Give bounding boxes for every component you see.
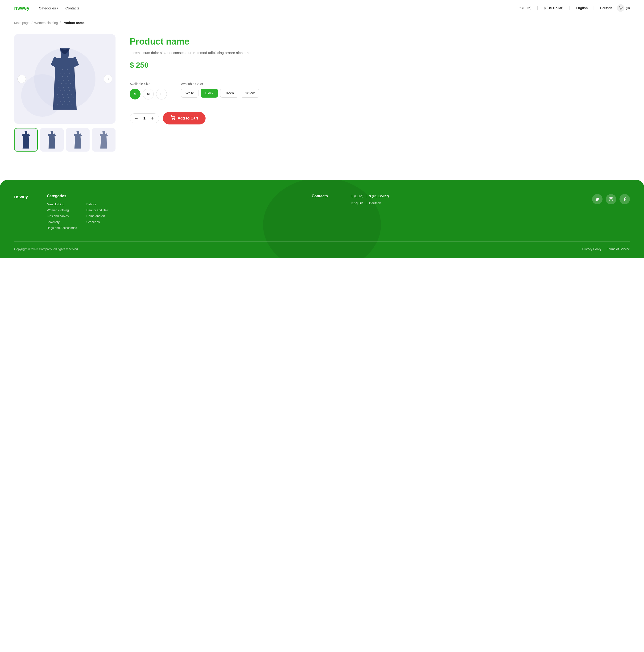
cart-icon	[617, 4, 624, 12]
currency-euro[interactable]: € (Euro)	[519, 6, 532, 10]
footer-currency-usd[interactable]: $ (US Dollar)	[369, 194, 389, 198]
divider-2	[130, 106, 630, 106]
footer-link-women[interactable]: Women clothing	[47, 208, 77, 212]
instagram-button[interactable]	[606, 194, 616, 205]
product-description: Lorem ipsum dolor sit amet consectetur. …	[130, 50, 630, 56]
footer-link-groceries[interactable]: Groceries	[86, 220, 108, 224]
footer-lang-english[interactable]: English	[351, 201, 364, 205]
footer-sep-2: |	[366, 201, 367, 205]
svg-point-9	[58, 80, 59, 81]
svg-point-4	[60, 73, 60, 74]
footer-link-col-2: Fabrics Beauty and Hair Home and Art Gro…	[86, 202, 108, 229]
footer-contacts-col: Contacts	[312, 194, 328, 229]
product-name: Product name	[130, 36, 630, 47]
footer-sep: |	[366, 194, 367, 198]
footer-link-jewellery[interactable]: Jewellery	[47, 220, 77, 224]
footer-lang-deutsch[interactable]: Deutsch	[369, 201, 381, 205]
breadcrumb-sep: /	[31, 21, 32, 25]
add-to-cart-button[interactable]: Add to Cart	[163, 112, 206, 125]
color-yellow-button[interactable]: Yellow	[241, 89, 259, 98]
facebook-button[interactable]	[619, 194, 630, 205]
svg-point-7	[62, 76, 63, 77]
footer-top: nswey Categories Men clothing Women clot…	[14, 194, 630, 229]
footer-contacts-title: Contacts	[312, 194, 328, 198]
svg-point-22	[69, 90, 70, 91]
footer: nswey Categories Men clothing Women clot…	[0, 180, 644, 258]
svg-point-26	[72, 94, 72, 95]
options-row: Available Size S M L Available Color Whi…	[130, 82, 630, 100]
svg-point-3	[67, 69, 68, 70]
lang-deutsch[interactable]: Deutsch	[600, 6, 612, 10]
footer-categories: Categories Men clothing Women clothing K…	[47, 194, 108, 229]
svg-point-37	[72, 104, 72, 105]
thumbnail-4[interactable]	[92, 128, 115, 152]
main-image: ← →	[14, 34, 115, 124]
chevron-down-icon: ▾	[57, 7, 58, 10]
svg-point-10	[63, 80, 64, 81]
footer-bottom: Copyright © 2023 Company. All rights res…	[14, 241, 630, 251]
svg-rect-40	[609, 197, 613, 201]
svg-point-41	[610, 198, 612, 200]
svg-point-32	[64, 101, 65, 102]
separator: |	[537, 6, 538, 10]
next-image-button[interactable]: →	[104, 75, 112, 83]
prev-image-button[interactable]: ←	[18, 75, 26, 83]
svg-point-8	[67, 76, 68, 77]
nav-contacts[interactable]: Contacts	[65, 6, 79, 10]
header: nswey Categories ▾ Contacts € (Euro) | $…	[0, 0, 644, 16]
right-arrow-icon: →	[106, 77, 110, 81]
breadcrumb: Main page / Women clothing / Product nam…	[0, 16, 644, 29]
footer-link-kids[interactable]: Kids and babies	[47, 214, 77, 218]
svg-point-25	[67, 94, 68, 95]
footer-link-fabrics[interactable]: Fabrics	[86, 202, 108, 206]
color-black-button[interactable]: Black	[201, 89, 218, 98]
quantity-decrease-button[interactable]: −	[134, 116, 139, 121]
twitter-button[interactable]	[592, 194, 602, 205]
actions-row: − 1 + Add to Cart	[130, 112, 630, 125]
thumbnail-2[interactable]	[40, 128, 64, 152]
logo[interactable]: nswey	[14, 5, 29, 11]
svg-point-18	[68, 87, 69, 88]
footer-logo[interactable]: nswey	[14, 194, 28, 199]
breadcrumb-sep: /	[60, 21, 60, 25]
svg-point-34	[57, 104, 58, 105]
svg-point-11	[68, 80, 69, 81]
footer-link-home[interactable]: Home and Art	[86, 214, 108, 218]
size-buttons: S M L	[130, 89, 167, 100]
currency-usd[interactable]: $ (US Dollar)	[544, 6, 564, 10]
color-green-button[interactable]: Green	[220, 89, 238, 98]
footer-link-bags[interactable]: Bags and Accessories	[47, 226, 77, 229]
size-s-button[interactable]: S	[130, 89, 140, 100]
svg-point-15	[70, 83, 71, 84]
svg-point-17	[63, 87, 64, 88]
cart-icon	[170, 115, 175, 121]
product-info: Product name Lorem ipsum dolor sit amet …	[130, 34, 630, 125]
footer-link-beauty[interactable]: Beauty and Hair	[86, 208, 108, 212]
size-l-button[interactable]: L	[156, 89, 167, 100]
lang-english[interactable]: English	[576, 6, 588, 10]
size-option-group: Available Size S M L	[130, 82, 167, 100]
color-white-button[interactable]: White	[181, 89, 198, 98]
footer-link-men[interactable]: Men clothing	[47, 202, 77, 206]
quantity-increase-button[interactable]: +	[150, 116, 155, 121]
privacy-policy-link[interactable]: Privacy Policy	[582, 247, 601, 251]
nav-categories[interactable]: Categories ▾	[39, 6, 58, 10]
header-right: € (Euro) | $ (US Dollar) | English | Deu…	[519, 4, 630, 12]
footer-currency-lang: € (Euro) | $ (US Dollar) English | Deuts…	[351, 194, 389, 229]
svg-point-14	[65, 83, 66, 84]
size-m-button[interactable]: M	[143, 89, 154, 100]
thumbnail-3[interactable]	[66, 128, 89, 152]
svg-point-12	[73, 80, 74, 81]
svg-point-19	[73, 87, 74, 88]
breadcrumb-category[interactable]: Women clothing	[34, 21, 58, 25]
terms-of-service-link[interactable]: Terms of Service	[607, 247, 630, 251]
separator: |	[593, 6, 594, 10]
footer-currency-euro[interactable]: € (Euro)	[351, 194, 364, 198]
breadcrumb-current: Product name	[62, 21, 84, 25]
color-buttons: White Black Green Yellow	[181, 89, 259, 98]
svg-point-33	[69, 101, 70, 102]
breadcrumb-home[interactable]: Main page	[14, 21, 29, 25]
cart-button[interactable]: (0)	[617, 4, 630, 12]
product-price: $ 250	[130, 61, 630, 70]
thumbnail-1[interactable]	[14, 128, 38, 152]
